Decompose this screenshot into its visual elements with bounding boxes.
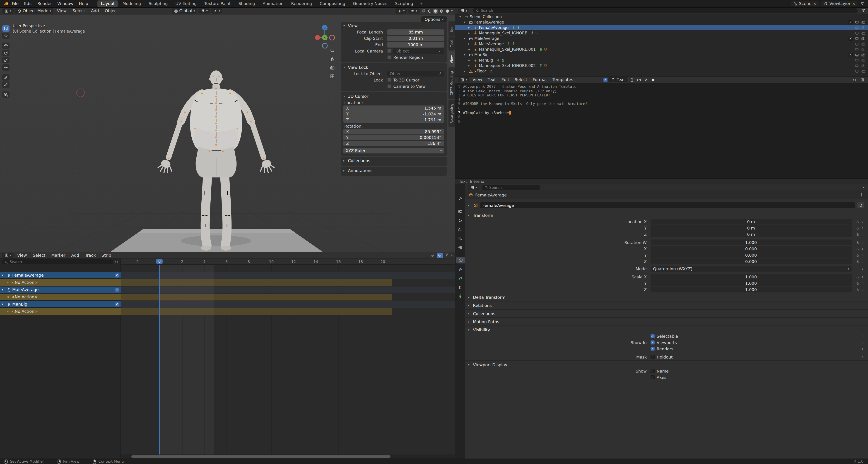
text-editor-type-button[interactable]: ▾ xyxy=(458,77,469,82)
tool-measure[interactable] xyxy=(2,81,9,88)
lock-icon[interactable] xyxy=(856,281,859,285)
tool-select-box[interactable] xyxy=(2,25,9,32)
outliner-row-maleaverage-collection[interactable]: ▾ MaleAverage ✓ xyxy=(455,36,868,41)
panel-collections-collapse[interactable]: ▸ xyxy=(343,159,347,163)
cursor-rotation-z-field[interactable]: Z-186.4° xyxy=(343,141,444,146)
location-y-field[interactable]: 0 m xyxy=(650,225,852,231)
blender-logo-icon[interactable] xyxy=(4,1,9,6)
viewport-menu-select[interactable]: Select xyxy=(70,9,87,13)
panel-annotations-collapse[interactable]: ▸ xyxy=(343,169,347,172)
tool-add-cube[interactable] xyxy=(2,92,9,98)
scene-unlink-icon[interactable]: × xyxy=(813,2,816,6)
sidebar-tab-view[interactable]: View xyxy=(448,52,455,67)
expand-icon[interactable]: ▾ xyxy=(468,203,472,207)
expand-channels-icon[interactable] xyxy=(115,260,119,264)
workspace-tab-modeling[interactable]: Modeling xyxy=(119,0,145,7)
workspace-tab-sculpting[interactable]: Sculpting xyxy=(145,0,171,7)
lock-icon[interactable] xyxy=(856,253,859,257)
rotation-y-field[interactable]: 0.000 xyxy=(650,252,852,258)
tab-render[interactable] xyxy=(456,208,465,214)
nla-show-only-selected-icon[interactable] xyxy=(430,252,436,258)
cursor-rotation-y-field[interactable]: Y-0.000154° xyxy=(343,135,444,140)
shading-material-button[interactable] xyxy=(439,8,444,13)
disable-in-render-icon[interactable] xyxy=(861,42,865,46)
viewport-menu-object[interactable]: Object xyxy=(103,9,121,13)
hide-in-viewport-icon[interactable] xyxy=(855,36,859,40)
clip-end-field[interactable]: 1000 m xyxy=(388,42,444,47)
cursor-location-y-field[interactable]: Y-1.024 m xyxy=(343,111,444,117)
xray-toggle[interactable] xyxy=(421,8,426,13)
hide-in-viewport-icon[interactable] xyxy=(855,64,859,68)
show-name-checkbox[interactable] xyxy=(650,369,654,373)
focal-length-field[interactable]: 85 mm xyxy=(388,29,444,35)
render-region-checkbox[interactable] xyxy=(388,55,392,59)
lock-icon[interactable] xyxy=(856,232,859,236)
disable-in-render-icon[interactable] xyxy=(861,64,865,68)
panel-visibility-header[interactable]: ▾Visibility xyxy=(468,326,864,333)
run-script-button[interactable]: ▶ xyxy=(650,77,657,82)
text-menu-text[interactable]: Text xyxy=(486,77,498,82)
outliner-search-box[interactable] xyxy=(473,8,858,13)
selectable-checkbox[interactable]: ✓ xyxy=(650,334,654,338)
disable-in-render-icon[interactable] xyxy=(861,53,865,57)
viewlayer-unlink-icon[interactable]: × xyxy=(852,2,855,6)
tool-move[interactable] xyxy=(2,42,9,49)
overlays-toggle[interactable]: ▾ xyxy=(408,8,420,13)
zoom-icon[interactable] xyxy=(330,48,335,53)
menu-edit[interactable]: Edit xyxy=(21,1,35,6)
pin-icon[interactable] xyxy=(859,193,864,197)
workspace-tab-layout[interactable]: Layout xyxy=(97,0,118,7)
shading-solid-button[interactable] xyxy=(433,8,438,13)
location-x-field[interactable]: 0 m xyxy=(650,219,852,225)
disable-in-render-icon[interactable] xyxy=(861,31,865,35)
text-menu-format[interactable]: Format xyxy=(530,77,549,82)
shading-wireframe-button[interactable] xyxy=(427,8,432,13)
viewport-canvas[interactable]: User Perspective (0) Scene Collection | … xyxy=(0,14,455,252)
outliner-row-mannequin-skel-001[interactable]: ▸ Mannequin_Skel_IGNORE.001 xyxy=(455,46,868,52)
tool-cursor[interactable] xyxy=(2,33,9,39)
viewport-menu-view[interactable]: View xyxy=(55,9,69,13)
outliner-filter-icon[interactable] xyxy=(861,9,865,13)
text-menu-templates[interactable]: Templates xyxy=(550,77,576,82)
outliner-row-manbig-collection[interactable]: ▾ ManBig ✓ xyxy=(455,52,868,58)
snapping-button[interactable]: ▾ xyxy=(199,8,210,13)
workspace-tab-geometry-nodes[interactable]: Geometry Nodes xyxy=(349,0,391,7)
properties-search-box[interactable] xyxy=(482,185,540,190)
tab-view-layer[interactable] xyxy=(456,226,465,233)
disable-in-render-icon[interactable] xyxy=(861,36,865,40)
lock-icon[interactable] xyxy=(856,247,859,251)
rotation-x-field[interactable]: 0.000 xyxy=(650,246,852,252)
tab-object-data[interactable] xyxy=(456,293,465,300)
collection-exclude-checkbox[interactable]: ✓ xyxy=(848,36,852,40)
sidebar-tab-tool[interactable]: Tool xyxy=(448,37,455,51)
scale-y-field[interactable]: 1.000 xyxy=(650,280,852,286)
navigation-gizmo[interactable]: Z Y xyxy=(314,24,335,49)
nla-track-no-action[interactable]: <No Action> xyxy=(0,294,121,301)
show-axes-checkbox[interactable] xyxy=(650,375,654,379)
nla-track-femaleaverage[interactable]: ▾ FemaleAverage ✓ xyxy=(0,272,121,279)
panel-viewport-display-header[interactable]: ▾Viewport Display xyxy=(468,361,864,368)
tool-rotate[interactable] xyxy=(2,50,9,56)
tab-world[interactable] xyxy=(456,244,465,251)
lock-icon[interactable] xyxy=(856,241,859,244)
transform-orientation-dropdown[interactable]: Global▾ xyxy=(172,8,197,13)
animate-dot-icon[interactable] xyxy=(861,281,864,285)
eyedropper-icon[interactable] xyxy=(438,72,442,75)
playhead[interactable] xyxy=(159,265,160,455)
hide-in-viewport-icon[interactable] xyxy=(855,69,859,73)
outliner-row-mannequin-skel-002[interactable]: ▸ Mannequin_Skel_IGNORE.002 xyxy=(455,63,868,68)
tab-output[interactable] xyxy=(456,217,465,224)
animate-dot-icon[interactable] xyxy=(861,253,864,257)
lock-icon[interactable] xyxy=(856,220,859,223)
tab-object[interactable] xyxy=(456,257,465,263)
open-text-button[interactable] xyxy=(636,77,642,82)
nla-menu-view[interactable]: View xyxy=(15,253,29,257)
lock-icon[interactable] xyxy=(856,275,859,278)
lock-icon[interactable] xyxy=(856,288,859,291)
cursor-location-x-field[interactable]: X1.545 m xyxy=(343,105,444,111)
disable-in-render-icon[interactable] xyxy=(861,20,865,24)
panel-3d-cursor-collapse[interactable]: ▾ xyxy=(343,95,347,98)
text-menu-view[interactable]: View xyxy=(470,77,485,82)
outliner-row-maleaverage-armature[interactable]: ▸ MaleAverage xyxy=(455,41,868,46)
properties-options-icon[interactable]: ▾ xyxy=(863,186,864,189)
